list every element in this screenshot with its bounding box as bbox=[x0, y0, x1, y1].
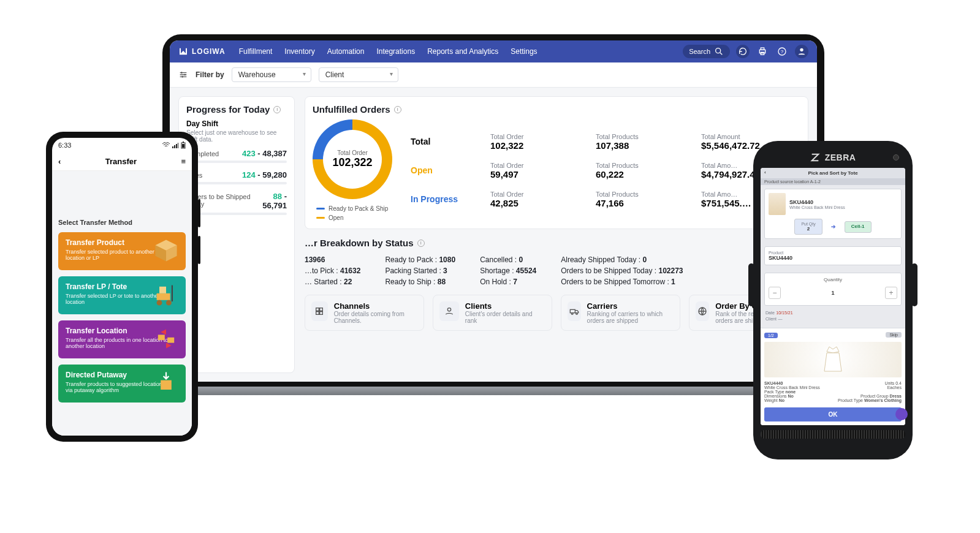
qty-value: 1 bbox=[831, 290, 834, 296]
svg-rect-37 bbox=[172, 285, 173, 301]
nav-reports[interactable]: Reports and Analytics bbox=[427, 47, 498, 56]
ok-button[interactable]: OK bbox=[764, 407, 902, 421]
svg-rect-19 bbox=[570, 309, 575, 312]
laptop-base bbox=[144, 387, 843, 395]
location-strip: Product source location A-1-2 bbox=[761, 178, 905, 185]
svg-point-18 bbox=[447, 308, 450, 311]
option-transfer-lp[interactable]: Transfer LP / Tote Transfer selected LP … bbox=[58, 276, 186, 314]
svg-rect-14 bbox=[316, 308, 319, 311]
back-button[interactable]: ‹ bbox=[58, 157, 61, 166]
svg-rect-23 bbox=[172, 146, 173, 148]
globe-icon bbox=[697, 306, 707, 316]
info-icon[interactable]: i bbox=[394, 106, 401, 113]
handheld-brand: ZEBRA bbox=[761, 149, 905, 165]
nav-automation[interactable]: Automation bbox=[327, 47, 365, 56]
laptop-notch bbox=[469, 34, 518, 40]
shift-sub: Select just one warehouse to see shift d… bbox=[186, 129, 287, 143]
svg-point-0 bbox=[716, 48, 721, 53]
phone-time: 6:33 bbox=[58, 142, 71, 149]
tile-carriers[interactable]: CarriersRanking of carriers to which ord… bbox=[561, 295, 680, 331]
source-card: SKU4440 White Cross Back Mini Dress Put … bbox=[764, 189, 902, 239]
menu-button[interactable]: ≡ bbox=[181, 157, 186, 166]
option-transfer-product[interactable]: Transfer Product Transfer selected produ… bbox=[58, 232, 186, 270]
svg-rect-28 bbox=[183, 142, 184, 143]
brand-logo[interactable]: LOGIWA bbox=[178, 47, 226, 56]
donut-legend: Ready to Pack & Ship Open bbox=[313, 205, 392, 221]
nav-inventory[interactable]: Inventory bbox=[284, 47, 314, 56]
wifi-icon bbox=[162, 142, 170, 148]
breakdown-title: …r Breakdown by Status bbox=[305, 238, 414, 248]
svg-line-1 bbox=[720, 53, 722, 55]
refresh-button[interactable] bbox=[736, 45, 750, 58]
svg-point-21 bbox=[575, 313, 577, 315]
filter-icon bbox=[178, 70, 188, 80]
phone-status-bar: 6:33 bbox=[52, 138, 192, 153]
select-method-label: Select Transfer Method bbox=[58, 219, 186, 226]
zebra-logo-icon bbox=[810, 153, 820, 162]
svg-point-35 bbox=[157, 300, 162, 306]
option-directed-putaway[interactable]: Directed Putaway Transfer products to su… bbox=[58, 365, 186, 403]
svg-text:?: ? bbox=[781, 49, 784, 55]
info-icon[interactable]: i bbox=[417, 240, 425, 247]
unfulfilled-grid: Total Total Order102,322 Total Products1… bbox=[411, 133, 800, 208]
product-thumb bbox=[769, 193, 786, 215]
battery-icon bbox=[181, 142, 186, 149]
nav-integrations[interactable]: Integrations bbox=[376, 47, 415, 56]
unfulfilled-card: Unfulfilled Ordersi Total Order 102,322 bbox=[305, 96, 808, 229]
user-button[interactable] bbox=[795, 45, 808, 58]
svg-rect-34 bbox=[159, 287, 166, 293]
product-image bbox=[764, 342, 902, 377]
svg-rect-42 bbox=[161, 380, 172, 390]
top-nav: LOGIWA Fulfillment Inventory Automation … bbox=[170, 40, 817, 62]
svg-point-11 bbox=[181, 72, 183, 74]
handheld-camera bbox=[893, 154, 899, 161]
brand-text: LOGIWA bbox=[192, 47, 226, 56]
clients-icon bbox=[444, 306, 454, 316]
donut-label: Total Order bbox=[337, 149, 367, 156]
nav-fulfillment[interactable]: Fulfillment bbox=[239, 47, 273, 56]
unfulfilled-title: Unfulfilled Orders bbox=[313, 104, 390, 115]
svg-rect-41 bbox=[167, 338, 174, 343]
qty-minus[interactable]: − bbox=[769, 287, 781, 299]
help-button[interactable]: ? bbox=[775, 45, 789, 58]
channels-icon bbox=[314, 306, 324, 316]
client-select[interactable]: Client bbox=[319, 67, 398, 82]
quantity-card: Quantity − 1 + bbox=[764, 273, 902, 306]
cell-pill[interactable]: Cell-1 bbox=[845, 221, 872, 233]
search-input[interactable]: Search bbox=[683, 45, 730, 58]
svg-marker-38 bbox=[161, 330, 166, 335]
logo-icon bbox=[178, 47, 188, 56]
orders-donut-chart: Total Order 102,322 bbox=[313, 119, 392, 199]
signal-icon bbox=[172, 142, 178, 148]
warehouse-select[interactable]: Warehouse bbox=[232, 67, 311, 82]
product-card: Product SKU4440 bbox=[764, 246, 902, 265]
skip-button[interactable]: Skip bbox=[886, 332, 902, 338]
svg-rect-26 bbox=[178, 143, 178, 148]
fab-button[interactable] bbox=[895, 408, 908, 420]
info-icon[interactable]: i bbox=[273, 106, 281, 113]
svg-rect-16 bbox=[316, 312, 319, 315]
search-label: Search bbox=[689, 48, 710, 55]
svg-rect-15 bbox=[320, 308, 323, 311]
putaway-icon bbox=[153, 369, 180, 396]
svg-rect-29 bbox=[182, 144, 184, 148]
tile-clients[interactable]: ClientsClient's order details and rank bbox=[433, 295, 552, 331]
svg-marker-39 bbox=[166, 343, 172, 349]
tile-channels[interactable]: ChannelsOrder details coming from Channe… bbox=[305, 295, 424, 331]
back-button[interactable]: ‹ bbox=[764, 170, 766, 175]
filter-bar: Filter by Warehouse Client bbox=[170, 62, 817, 88]
svg-rect-4 bbox=[761, 52, 764, 55]
shift-name: Day Shift bbox=[186, 119, 287, 128]
progress-row-1: Lines 124 - 59,280 bbox=[186, 170, 287, 184]
search-icon bbox=[714, 47, 724, 56]
breakdown-section: …r Breakdown by Statusi 13966…to Pick : … bbox=[305, 238, 808, 331]
svg-point-36 bbox=[166, 300, 172, 306]
svg-rect-3 bbox=[761, 48, 764, 50]
svg-rect-40 bbox=[158, 335, 165, 340]
refresh-icon bbox=[738, 47, 748, 56]
option-transfer-location[interactable]: Transfer Location Transfer all the produ… bbox=[58, 320, 186, 358]
qty-plus[interactable]: + bbox=[885, 287, 897, 299]
print-button[interactable] bbox=[756, 45, 769, 58]
nav-settings[interactable]: Settings bbox=[511, 47, 537, 56]
dress-icon bbox=[821, 344, 845, 375]
